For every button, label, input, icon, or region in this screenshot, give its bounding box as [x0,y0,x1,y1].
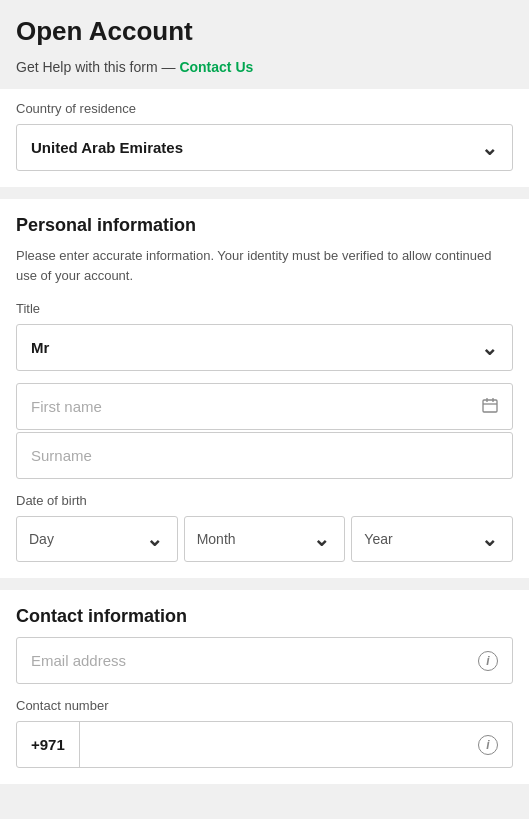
title-select[interactable]: Mr Mrs Ms Dr [17,325,512,370]
header-section: Open Account Get Help with this form — C… [0,0,529,87]
help-text-static: Get Help with this form — [16,59,176,75]
divider-1 [0,187,529,197]
dob-label: Date of birth [16,493,513,508]
page-wrapper: Open Account Get Help with this form — C… [0,0,529,784]
day-select-wrapper: Day ⌄ [16,516,178,562]
dob-row: Day ⌄ Month ⌄ Year ⌄ [16,516,513,562]
year-select[interactable]: Year [352,517,512,561]
day-select[interactable]: Day [17,517,177,561]
calendar-icon [482,397,498,417]
month-select-wrapper: Month ⌄ [184,516,346,562]
contact-us-link[interactable]: Contact Us [179,59,253,75]
phone-info-icon[interactable]: i [478,735,498,755]
year-select-wrapper: Year ⌄ [351,516,513,562]
title-label: Title [16,301,513,316]
email-input[interactable] [17,638,512,683]
personal-section-description: Please enter accurate information. Your … [16,246,513,285]
country-select[interactable]: United Arab Emirates Saudi Arabia Kuwait… [17,125,512,170]
surname-input[interactable] [17,433,512,478]
phone-wrapper: +971 i [16,721,513,768]
divider-2 [0,578,529,588]
contact-section: Contact information i Contact number +97… [0,590,529,784]
first-name-wrapper [16,383,513,430]
country-select-wrapper: United Arab Emirates Saudi Arabia Kuwait… [16,124,513,171]
country-section: Country of residence United Arab Emirate… [0,89,529,187]
country-label: Country of residence [16,101,513,116]
first-name-input[interactable] [17,384,512,429]
email-info-icon[interactable]: i [478,651,498,671]
help-text: Get Help with this form — Contact Us [16,59,513,75]
svg-rect-0 [483,400,497,412]
phone-prefix: +971 [17,722,80,767]
phone-input[interactable] [80,722,512,767]
email-wrapper: i [16,637,513,684]
personal-section: Personal information Please enter accura… [0,199,529,578]
phone-input-wrapper: i [80,722,512,767]
dob-section: Date of birth Day ⌄ Month ⌄ Year [16,493,513,562]
personal-section-title: Personal information [16,215,513,236]
surname-wrapper [16,432,513,479]
contact-section-title: Contact information [16,606,513,627]
title-select-wrapper: Mr Mrs Ms Dr ⌄ [16,324,513,371]
page-title: Open Account [16,16,513,47]
contact-number-label: Contact number [16,698,513,713]
month-select[interactable]: Month [185,517,345,561]
